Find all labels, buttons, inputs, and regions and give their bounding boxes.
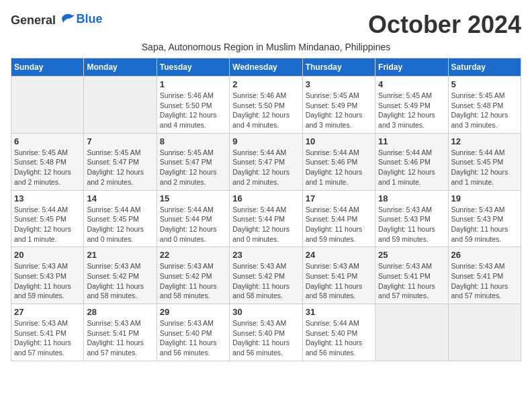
- day-number: 20: [14, 250, 81, 260]
- day-number: 25: [378, 250, 445, 260]
- calendar-cell: 19Sunrise: 5:43 AM Sunset: 5:43 PM Dayli…: [448, 190, 521, 247]
- day-number: 26: [451, 250, 518, 260]
- calendar-cell: 27Sunrise: 5:43 AM Sunset: 5:41 PM Dayli…: [11, 304, 84, 361]
- calendar-cell: 22Sunrise: 5:43 AM Sunset: 5:42 PM Dayli…: [157, 247, 229, 304]
- day-info: Sunrise: 5:44 AM Sunset: 5:45 PM Dayligh…: [14, 205, 81, 244]
- day-number: 19: [451, 193, 518, 203]
- calendar-cell: [448, 304, 521, 361]
- calendar-cell: 5Sunrise: 5:45 AM Sunset: 5:48 PM Daylig…: [448, 77, 521, 134]
- day-info: Sunrise: 5:44 AM Sunset: 5:47 PM Dayligh…: [232, 148, 299, 187]
- calendar-cell: 1Sunrise: 5:46 AM Sunset: 5:50 PM Daylig…: [157, 77, 229, 134]
- day-number: 16: [232, 193, 299, 203]
- day-number: 11: [378, 136, 445, 146]
- day-number: 18: [378, 193, 445, 203]
- day-info: Sunrise: 5:43 AM Sunset: 5:40 PM Dayligh…: [160, 318, 226, 358]
- calendar-cell: 20Sunrise: 5:43 AM Sunset: 5:43 PM Dayli…: [11, 247, 84, 304]
- calendar-cell: 12Sunrise: 5:44 AM Sunset: 5:45 PM Dayli…: [448, 133, 521, 190]
- calendar-cell: 21Sunrise: 5:43 AM Sunset: 5:42 PM Dayli…: [84, 247, 157, 304]
- day-info: Sunrise: 5:43 AM Sunset: 5:41 PM Dayligh…: [306, 261, 372, 301]
- day-info: Sunrise: 5:44 AM Sunset: 5:44 PM Dayligh…: [306, 205, 372, 244]
- day-info: Sunrise: 5:44 AM Sunset: 5:40 PM Dayligh…: [306, 318, 372, 358]
- calendar-cell: [11, 77, 84, 134]
- day-number: 15: [160, 193, 226, 203]
- day-number: 14: [87, 193, 153, 203]
- calendar-subtitle: Sapa, Autonomous Region in Muslim Mindan…: [11, 42, 521, 52]
- day-info: Sunrise: 5:46 AM Sunset: 5:50 PM Dayligh…: [232, 91, 299, 130]
- day-number: 8: [160, 136, 226, 146]
- day-number: 13: [14, 193, 81, 203]
- calendar-cell: 15Sunrise: 5:44 AM Sunset: 5:44 PM Dayli…: [157, 190, 229, 247]
- day-of-week-header: Tuesday: [157, 58, 229, 77]
- day-info: Sunrise: 5:43 AM Sunset: 5:40 PM Dayligh…: [232, 318, 299, 358]
- day-number: 2: [232, 79, 299, 89]
- calendar-cell: 26Sunrise: 5:43 AM Sunset: 5:41 PM Dayli…: [448, 247, 521, 304]
- day-info: Sunrise: 5:46 AM Sunset: 5:50 PM Dayligh…: [160, 91, 226, 130]
- day-of-week-header: Saturday: [448, 58, 521, 77]
- day-info: Sunrise: 5:44 AM Sunset: 5:45 PM Dayligh…: [87, 205, 153, 244]
- day-number: 12: [451, 136, 518, 146]
- day-number: 17: [306, 193, 372, 203]
- calendar-cell: 30Sunrise: 5:43 AM Sunset: 5:40 PM Dayli…: [230, 304, 302, 361]
- day-number: 3: [306, 79, 372, 89]
- day-number: 6: [14, 136, 81, 146]
- calendar-cell: 23Sunrise: 5:43 AM Sunset: 5:42 PM Dayli…: [230, 247, 302, 304]
- day-number: 30: [232, 307, 299, 317]
- calendar-cell: 2Sunrise: 5:46 AM Sunset: 5:50 PM Daylig…: [230, 77, 302, 134]
- day-number: 21: [87, 250, 153, 260]
- day-info: Sunrise: 5:44 AM Sunset: 5:46 PM Dayligh…: [306, 148, 372, 187]
- day-number: 4: [378, 79, 445, 89]
- day-info: Sunrise: 5:45 AM Sunset: 5:49 PM Dayligh…: [306, 91, 372, 130]
- calendar-cell: 24Sunrise: 5:43 AM Sunset: 5:41 PM Dayli…: [302, 247, 375, 304]
- day-of-week-header: Sunday: [11, 58, 84, 77]
- day-of-week-header: Wednesday: [230, 58, 302, 77]
- calendar-cell: 11Sunrise: 5:44 AM Sunset: 5:46 PM Dayli…: [375, 133, 448, 190]
- day-info: Sunrise: 5:45 AM Sunset: 5:48 PM Dayligh…: [14, 148, 81, 187]
- calendar-cell: 31Sunrise: 5:44 AM Sunset: 5:40 PM Dayli…: [302, 304, 375, 361]
- calendar-table: SundayMondayTuesdayWednesdayThursdayFrid…: [11, 58, 521, 361]
- day-info: Sunrise: 5:44 AM Sunset: 5:45 PM Dayligh…: [451, 148, 518, 187]
- calendar-cell: [375, 304, 448, 361]
- day-info: Sunrise: 5:43 AM Sunset: 5:41 PM Dayligh…: [14, 318, 81, 358]
- day-number: 24: [306, 250, 372, 260]
- calendar-cell: 8Sunrise: 5:45 AM Sunset: 5:47 PM Daylig…: [157, 133, 229, 190]
- day-number: 27: [14, 307, 81, 317]
- logo-blue-text: Blue: [77, 12, 103, 26]
- calendar-cell: 14Sunrise: 5:44 AM Sunset: 5:45 PM Dayli…: [84, 190, 157, 247]
- day-of-week-header: Monday: [84, 58, 157, 77]
- day-number: 22: [160, 250, 226, 260]
- calendar-cell: 3Sunrise: 5:45 AM Sunset: 5:49 PM Daylig…: [302, 77, 375, 134]
- calendar-cell: 29Sunrise: 5:43 AM Sunset: 5:40 PM Dayli…: [157, 304, 229, 361]
- day-of-week-header: Friday: [375, 58, 448, 77]
- calendar-cell: 17Sunrise: 5:44 AM Sunset: 5:44 PM Dayli…: [302, 190, 375, 247]
- month-title: October 2024: [368, 11, 521, 39]
- day-info: Sunrise: 5:43 AM Sunset: 5:41 PM Dayligh…: [87, 318, 153, 358]
- day-number: 10: [306, 136, 372, 146]
- calendar-cell: 18Sunrise: 5:43 AM Sunset: 5:43 PM Dayli…: [375, 190, 448, 247]
- day-info: Sunrise: 5:45 AM Sunset: 5:47 PM Dayligh…: [87, 148, 153, 187]
- calendar-cell: [84, 77, 157, 134]
- day-number: 5: [451, 79, 518, 89]
- day-info: Sunrise: 5:44 AM Sunset: 5:44 PM Dayligh…: [160, 205, 226, 244]
- logo-general-text: General: [11, 13, 56, 27]
- day-info: Sunrise: 5:45 AM Sunset: 5:49 PM Dayligh…: [378, 91, 445, 130]
- calendar-cell: 25Sunrise: 5:43 AM Sunset: 5:41 PM Dayli…: [375, 247, 448, 304]
- day-info: Sunrise: 5:45 AM Sunset: 5:48 PM Dayligh…: [451, 91, 518, 130]
- calendar-cell: 16Sunrise: 5:44 AM Sunset: 5:44 PM Dayli…: [230, 190, 302, 247]
- day-number: 23: [232, 250, 299, 260]
- calendar-cell: 6Sunrise: 5:45 AM Sunset: 5:48 PM Daylig…: [11, 133, 84, 190]
- day-info: Sunrise: 5:43 AM Sunset: 5:43 PM Dayligh…: [378, 205, 445, 244]
- day-number: 29: [160, 307, 226, 317]
- day-number: 28: [87, 307, 153, 317]
- calendar-cell: 7Sunrise: 5:45 AM Sunset: 5:47 PM Daylig…: [84, 133, 157, 190]
- calendar-cell: 4Sunrise: 5:45 AM Sunset: 5:49 PM Daylig…: [375, 77, 448, 134]
- day-info: Sunrise: 5:43 AM Sunset: 5:43 PM Dayligh…: [14, 261, 81, 301]
- day-info: Sunrise: 5:45 AM Sunset: 5:47 PM Dayligh…: [160, 148, 226, 187]
- day-of-week-header: Thursday: [302, 58, 375, 77]
- day-info: Sunrise: 5:43 AM Sunset: 5:42 PM Dayligh…: [160, 261, 226, 301]
- logo: General Blue: [11, 11, 103, 28]
- logo-bird-icon: [60, 11, 77, 24]
- day-info: Sunrise: 5:43 AM Sunset: 5:41 PM Dayligh…: [378, 261, 445, 301]
- day-info: Sunrise: 5:43 AM Sunset: 5:41 PM Dayligh…: [451, 261, 518, 301]
- day-info: Sunrise: 5:43 AM Sunset: 5:42 PM Dayligh…: [232, 261, 299, 301]
- calendar-cell: 13Sunrise: 5:44 AM Sunset: 5:45 PM Dayli…: [11, 190, 84, 247]
